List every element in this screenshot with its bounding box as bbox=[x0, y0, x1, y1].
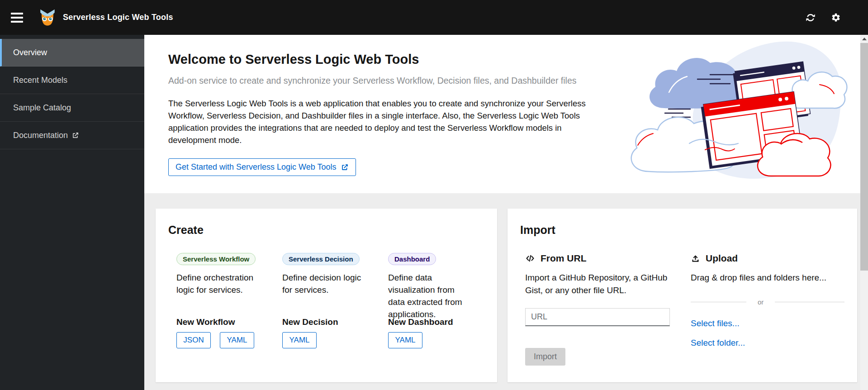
create-card: Create Serverless Workflow Define orches… bbox=[156, 209, 497, 382]
or-divider: or bbox=[691, 298, 844, 306]
menu-icon[interactable] bbox=[11, 11, 26, 24]
import-grid: From URL Import a GitHub Repository, a G… bbox=[525, 253, 844, 366]
select-folder-link[interactable]: Select folder... bbox=[691, 338, 844, 348]
scrollbar-thumb[interactable] bbox=[860, 43, 868, 271]
external-link-icon bbox=[72, 132, 79, 139]
welcome-section: Welcome to Serverless Logic Web Tools Ad… bbox=[144, 35, 860, 193]
external-link-icon bbox=[341, 163, 349, 171]
new-workflow-yaml-button[interactable]: YAML bbox=[220, 332, 254, 348]
import-card: Import From URL bbox=[508, 209, 857, 382]
create-column-dashboard: Dashboard Define data visualization from… bbox=[388, 253, 473, 348]
sidebar: Overview Recent Models Sample Catalog Do… bbox=[0, 35, 144, 390]
sidebar-item-documentation[interactable]: Documentation bbox=[0, 122, 144, 149]
dashboard-description: Define data visualization from data extr… bbox=[388, 272, 473, 317]
get-started-button[interactable]: Get Started with Serverless Logic Web To… bbox=[168, 158, 356, 176]
masthead-actions bbox=[804, 11, 842, 24]
dashboard-badge: Dashboard bbox=[388, 253, 436, 265]
new-dashboard-label: New Dashboard bbox=[388, 317, 453, 327]
sidebar-item-label: Sample Catalog bbox=[13, 103, 71, 113]
create-card-title: Create bbox=[168, 224, 484, 237]
workflow-description: Define orchestration logic for services. bbox=[176, 272, 261, 317]
owl-logo-icon bbox=[38, 8, 57, 27]
sidebar-item-label: Documentation bbox=[13, 131, 68, 140]
welcome-illustration bbox=[621, 40, 848, 181]
sync-icon[interactable] bbox=[804, 11, 817, 24]
brand: Serverless Logic Web Tools bbox=[38, 8, 173, 27]
cards-row: Create Serverless Workflow Define orches… bbox=[144, 193, 860, 390]
from-url-description: Import a GitHub Repository, a GitHub Gis… bbox=[525, 271, 670, 296]
sidebar-item-sample-catalog[interactable]: Sample Catalog bbox=[0, 94, 144, 122]
welcome-description: The Serverless Logic Web Tools is a web … bbox=[168, 97, 599, 146]
vertical-scrollbar[interactable] bbox=[860, 35, 868, 390]
from-url-heading: From URL bbox=[541, 253, 587, 264]
import-card-title: Import bbox=[520, 224, 844, 237]
upload-section: Upload Drag & drop files and folders her… bbox=[691, 253, 844, 366]
new-decision-yaml-button[interactable]: YAML bbox=[282, 332, 317, 348]
decision-description: Define decision logic for services. bbox=[282, 272, 367, 317]
upload-description: Drag & drop files and folders here... bbox=[691, 271, 844, 284]
create-grid: Serverless Workflow Define orchestration… bbox=[176, 253, 484, 348]
scrollbar-up-arrow-icon[interactable] bbox=[862, 38, 867, 40]
sidebar-item-label: Overview bbox=[13, 48, 47, 57]
new-dashboard-yaml-button[interactable]: YAML bbox=[388, 332, 422, 348]
sidebar-item-overview[interactable]: Overview bbox=[0, 39, 144, 67]
sidebar-item-recent-models[interactable]: Recent Models bbox=[0, 67, 144, 94]
new-decision-label: New Decision bbox=[282, 317, 338, 327]
get-started-label: Get Started with Serverless Logic Web To… bbox=[175, 162, 337, 172]
serverless-workflow-badge: Serverless Workflow bbox=[176, 253, 256, 265]
new-workflow-label: New Workflow bbox=[176, 317, 235, 327]
create-column-workflow: Serverless Workflow Define orchestration… bbox=[176, 253, 261, 348]
app-title: Serverless Logic Web Tools bbox=[63, 13, 173, 22]
select-files-link[interactable]: Select files... bbox=[691, 319, 844, 328]
gear-icon[interactable] bbox=[830, 11, 842, 24]
url-input[interactable] bbox=[525, 308, 670, 326]
code-icon bbox=[525, 253, 535, 263]
new-workflow-json-button[interactable]: JSON bbox=[176, 332, 211, 348]
masthead: Serverless Logic Web Tools bbox=[0, 0, 868, 35]
create-column-decision: Serverless Decision Define decision logi… bbox=[282, 253, 367, 348]
or-label: or bbox=[746, 298, 775, 306]
serverless-decision-badge: Serverless Decision bbox=[282, 253, 360, 265]
upload-heading: Upload bbox=[706, 253, 738, 264]
main-content: Welcome to Serverless Logic Web Tools Ad… bbox=[144, 35, 860, 390]
upload-icon bbox=[691, 254, 700, 263]
sidebar-item-label: Recent Models bbox=[13, 76, 67, 85]
from-url-section: From URL Import a GitHub Repository, a G… bbox=[525, 253, 670, 366]
import-button[interactable]: Import bbox=[525, 348, 565, 366]
